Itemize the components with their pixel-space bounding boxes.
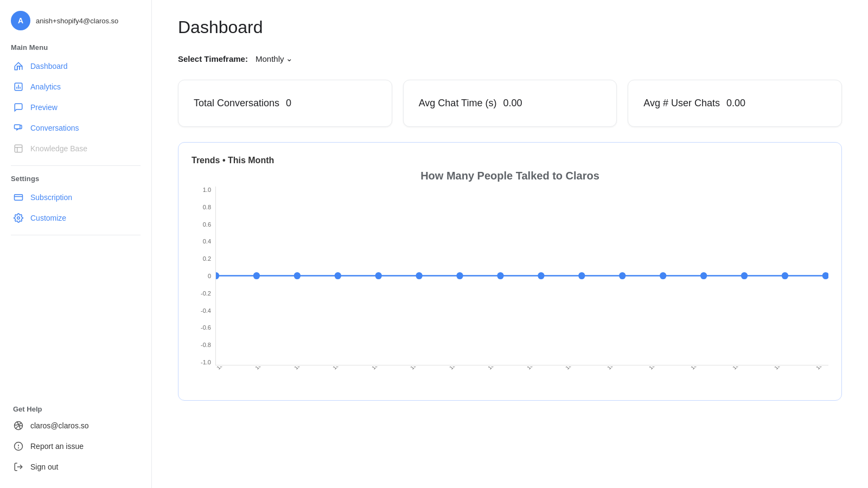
signout-label: Sign out	[30, 463, 58, 471]
sidebar-item-subscription[interactable]: Subscription	[7, 187, 145, 208]
stat-card-total-conversations: Total Conversations 0	[178, 80, 392, 127]
svg-point-13	[294, 272, 301, 279]
sidebar-item-label: Dashboard	[30, 62, 68, 70]
stat-card-avg-user-chats: Avg # User Chats 0.00	[628, 80, 842, 127]
stat-label-2: Avg # User Chats	[643, 98, 720, 109]
svg-rect-2	[15, 145, 22, 152]
gear-icon	[13, 213, 24, 223]
svg-point-8	[18, 448, 19, 448]
chart-plot	[215, 187, 828, 365]
sidebar-item-dashboard[interactable]: Dashboard	[7, 56, 145, 76]
conversations-icon	[13, 123, 24, 133]
sidebar-item-customize[interactable]: Customize	[7, 208, 145, 228]
svg-point-22	[660, 272, 666, 279]
preview-icon	[13, 102, 24, 113]
settings-title: Settings	[0, 170, 151, 185]
get-help-title: Get Help	[7, 401, 145, 415]
stat-value-0: 0	[286, 98, 291, 109]
stats-row: Total Conversations 0 Avg Chat Time (s) …	[178, 80, 842, 127]
svg-point-23	[700, 272, 707, 279]
svg-point-17	[456, 272, 463, 279]
main-nav: Dashboard Analytics Preview	[0, 54, 151, 161]
stat-label-1: Avg Chat Time (s)	[419, 98, 497, 109]
sidebar-item-preview[interactable]: Preview	[7, 97, 145, 118]
stat-card-avg-chat-time: Avg Chat Time (s) 0.00	[403, 80, 617, 127]
sidebar-item-label: Subscription	[30, 193, 72, 202]
svg-point-15	[375, 272, 382, 279]
user-profile: A anish+shopify4@claros.so	[0, 0, 151, 39]
home-icon	[13, 61, 24, 72]
svg-point-11	[216, 272, 219, 279]
sidebar-item-report[interactable]: Report an issue	[7, 436, 145, 457]
stat-label-0: Total Conversations	[194, 98, 279, 109]
svg-point-21	[619, 272, 626, 279]
chart-container: Trends • This Month How Many People Talk…	[178, 142, 842, 401]
knowledge-base-icon	[13, 143, 24, 154]
user-email: anish+shopify4@claros.so	[36, 17, 118, 25]
help-email-label: claros@claros.so	[30, 421, 89, 430]
svg-point-12	[253, 272, 260, 279]
svg-rect-3	[15, 195, 23, 201]
sidebar-bottom: Get Help claros@claros.so Report an issu…	[0, 401, 151, 477]
sidebar-item-label: Customize	[30, 214, 66, 222]
chart-title: How Many People Talked to Claros	[192, 170, 828, 182]
sidebar-item-analytics[interactable]: Analytics	[7, 76, 145, 97]
sidebar-item-label: Analytics	[30, 82, 61, 91]
chevron-down-icon: ⌄	[286, 54, 293, 63]
sidebar-item-email[interactable]: claros@claros.so	[7, 415, 145, 436]
report-label: Report an issue	[30, 442, 84, 451]
subscription-icon	[13, 192, 24, 203]
settings-nav: Subscription Customize	[0, 185, 151, 230]
y-axis: 1.0 0.8 0.6 0.4 0.2 0 -0.2 -0.4 -0.6 -0.…	[192, 187, 215, 365]
email-icon	[13, 420, 24, 431]
svg-rect-1	[15, 125, 21, 129]
chart-svg	[216, 187, 828, 365]
timeframe-row: Select Timeframe: Monthly ⌄	[178, 53, 842, 65]
avatar: A	[11, 11, 30, 30]
page-title: Dashboard	[178, 17, 842, 37]
timeframe-label: Select Timeframe:	[178, 54, 248, 63]
sidebar-item-signout[interactable]: Sign out	[7, 457, 145, 477]
stat-value-2: 0.00	[726, 98, 745, 109]
svg-point-25	[782, 272, 788, 279]
stat-value-1: 0.00	[503, 98, 522, 109]
sidebar-item-conversations[interactable]: Conversations	[7, 118, 145, 138]
chart-area: 1.0 0.8 0.6 0.4 0.2 0 -0.2 -0.4 -0.6 -0.…	[192, 187, 828, 365]
svg-point-24	[741, 272, 748, 279]
main-menu-title: Main Menu	[0, 39, 151, 54]
svg-point-14	[335, 272, 341, 279]
timeframe-dropdown[interactable]: Monthly ⌄	[252, 53, 297, 65]
svg-point-4	[17, 217, 20, 220]
analytics-icon	[13, 81, 24, 92]
svg-point-19	[538, 272, 544, 279]
sidebar-item-label: Conversations	[30, 124, 79, 132]
nav-divider	[11, 165, 141, 166]
sidebar-item-label: Preview	[30, 103, 58, 112]
settings-divider	[11, 235, 141, 235]
sidebar-item-label: Knowledge Base	[30, 144, 87, 153]
main-content: Dashboard Select Timeframe: Monthly ⌄ To…	[152, 0, 868, 488]
x-axis: 10/1 10/2 10/3 10/4 10/5 10/6 10/7 10/8 …	[192, 367, 828, 391]
svg-point-18	[497, 272, 503, 279]
svg-point-26	[822, 272, 828, 279]
signout-icon	[13, 461, 24, 472]
sidebar: A anish+shopify4@claros.so Main Menu Das…	[0, 0, 152, 488]
sidebar-item-knowledge-base[interactable]: Knowledge Base	[7, 138, 145, 159]
chart-header: Trends • This Month	[192, 156, 828, 165]
report-icon	[13, 441, 24, 452]
svg-point-16	[416, 272, 422, 279]
timeframe-value: Monthly	[256, 54, 284, 63]
svg-point-20	[578, 272, 585, 279]
